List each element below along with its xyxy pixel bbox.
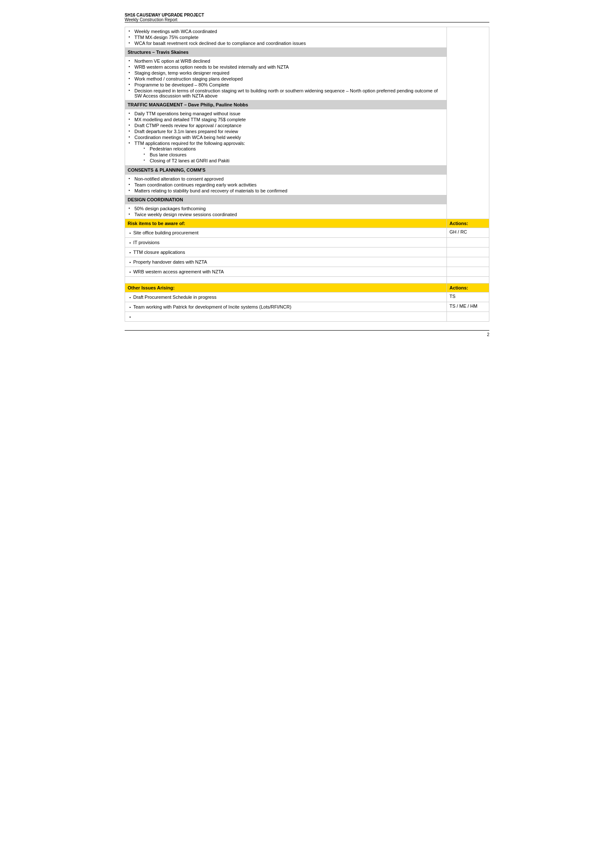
traffic-header-cell: TRAFFIC MANAGEMENT – Dave Philip, Paulin…	[125, 100, 447, 109]
design-header-cell: DESIGN COORDINATION	[125, 195, 447, 204]
risk-action-cell	[447, 267, 489, 277]
other-action-cell: TS / ME / HM	[447, 302, 489, 312]
risk-row-2: ▪ IT provisions	[125, 238, 489, 248]
risk-actions-header-cell: Actions:	[447, 219, 489, 228]
risk-row-4: ▪ Property handover dates with NZTA	[125, 257, 489, 267]
design-bullets-cell: 50% design packages forthcoming Twice we…	[125, 204, 447, 219]
risk-row-3: ▪ TTM closure applications	[125, 248, 489, 257]
other-row-2: ▪ Team working with Patrick for developm…	[125, 302, 489, 312]
risk-item: ▪ TTM closure applications	[128, 249, 444, 256]
other-actions-header-cell: Actions:	[447, 284, 489, 292]
other-item: ▪ Team working with Patrick for developm…	[128, 303, 444, 310]
list-item: Northern VE option at WRB declined	[128, 58, 444, 64]
initial-bullet-list: Weekly meetings with WCA coordinated TTM…	[128, 28, 444, 46]
list-item: Matters relating to stability bund and r…	[128, 188, 444, 194]
risk-item-text: Site office building procurement	[133, 230, 198, 235]
other-action-cell: TS	[447, 292, 489, 302]
other-item: ▪ Draft Procurement Schedule in progress	[128, 294, 444, 300]
list-item: Draft CTMP needs review for approval / a…	[128, 122, 444, 128]
list-item: Staging design, temp works designer requ…	[128, 70, 444, 76]
list-item: WRB western access option needs to be re…	[128, 64, 444, 70]
risk-actions-label: Actions:	[449, 221, 468, 226]
design-header-row: DESIGN COORDINATION	[125, 195, 489, 204]
risk-item: ▪ Site office building procurement	[128, 229, 444, 236]
risk-item-text: TTM closure applications	[133, 250, 185, 255]
other-item-cell: ▪ Team working with Patrick for developm…	[125, 302, 447, 312]
list-item: Coordination meetings with WCA being hel…	[128, 134, 444, 140]
traffic-bullets-cell: Daily TTM operations being managed witho…	[125, 109, 447, 166]
list-item: MX modelling and detailed TTM staging 75…	[128, 117, 444, 122]
list-item: Daily TTM operations being managed witho…	[128, 111, 444, 117]
risk-item: ▪ Property handover dates with NZTA	[128, 259, 444, 265]
traffic-bullets-row: Daily TTM operations being managed witho…	[125, 109, 489, 166]
list-item: Pedestrian relocations	[143, 146, 444, 152]
main-table: Weekly meetings with WCA coordinated TTM…	[125, 27, 489, 322]
structures-bullets-row: Northern VE option at WRB declined WRB w…	[125, 57, 489, 100]
bullet-icon: ▪	[129, 260, 131, 264]
list-item: Twice weekly design review sessions coor…	[128, 211, 444, 217]
list-item: Bus lane closures	[143, 152, 444, 158]
list-item: Decision required in terms of constructi…	[128, 88, 444, 99]
list-item: WCA for basalt revetment rock declined d…	[128, 40, 444, 46]
list-item: TTM MX-design 75% complete	[128, 34, 444, 40]
consents-header-cell: CONSENTS & PLANNING, COMM'S	[125, 166, 447, 175]
bullet-icon: ▪	[129, 315, 131, 319]
risk-item-cell: ▪ WRB western access agreement with NZTA	[125, 267, 447, 277]
traffic-header-row: TRAFFIC MANAGEMENT – Dave Philip, Paulin…	[125, 100, 489, 109]
risk-row-1: ▪ Site office building procurement GH / …	[125, 228, 489, 238]
risk-row-5: ▪ WRB western access agreement with NZTA	[125, 267, 489, 277]
document-header: SH16 CAUSEWAY UPGRADE PROJECT Weekly Con…	[125, 13, 489, 22]
structures-header-row: Structures – Travis Skaines	[125, 48, 489, 57]
risk-item-cell: ▪ Site office building procurement	[125, 228, 447, 238]
design-bullet-list: 50% design packages forthcoming Twice we…	[128, 206, 444, 217]
structures-bullets-cell: Northern VE option at WRB declined WRB w…	[125, 57, 447, 100]
list-item: Weekly meetings with WCA coordinated	[128, 28, 444, 34]
risk-item-text: IT provisions	[133, 240, 159, 245]
other-action-cell	[447, 312, 489, 322]
other-item-cell: ▪	[125, 312, 447, 322]
other-item: ▪	[128, 313, 444, 320]
risk-item-cell: ▪ IT provisions	[125, 238, 447, 248]
risk-item-cell: ▪ TTM closure applications	[125, 248, 447, 257]
other-item-text: Draft Procurement Schedule in progress	[133, 295, 216, 300]
other-actions-label: Actions:	[449, 285, 468, 290]
page-container: SH16 CAUSEWAY UPGRADE PROJECT Weekly Con…	[116, 0, 498, 350]
list-item: Programme to be developed – 80% Complete	[128, 82, 444, 88]
traffic-bullet-list: Daily TTM operations being managed witho…	[128, 111, 444, 164]
structures-header-cell: Structures – Travis Skaines	[125, 48, 447, 57]
risk-header-row: Risk items to be aware of: Actions:	[125, 219, 489, 228]
doc-subtitle: Weekly Construction Report	[125, 17, 489, 22]
initial-bullets-row: Weekly meetings with WCA coordinated TTM…	[125, 27, 489, 48]
bullet-icon: ▪	[129, 305, 131, 309]
list-item: Non-notified alteration to consent appro…	[128, 176, 444, 182]
risk-item-cell: ▪ Property handover dates with NZTA	[125, 257, 447, 267]
list-item: Draft departure for 3.1m lanes prepared …	[128, 128, 444, 134]
consents-bullets-cell: Non-notified alteration to consent appro…	[125, 175, 447, 195]
doc-title: SH16 CAUSEWAY UPGRADE PROJECT	[125, 13, 489, 17]
list-item: Work method / construction staging plans…	[128, 76, 444, 82]
risk-item-text: Property handover dates with NZTA	[133, 259, 207, 264]
structures-bullet-list: Northern VE option at WRB declined WRB w…	[128, 58, 444, 99]
other-item-text: Team working with Patrick for developmen…	[133, 304, 291, 309]
consents-header-row: CONSENTS & PLANNING, COMM'S	[125, 166, 489, 175]
risk-item-text: WRB western access agreement with NZTA	[133, 269, 224, 274]
risk-action-cell	[447, 238, 489, 248]
consents-bullets-row: Non-notified alteration to consent appro…	[125, 175, 489, 195]
sub-bullet-list: Pedestrian relocations Bus lane closures…	[134, 146, 444, 164]
list-item: Team coordination continues regarding ea…	[128, 182, 444, 188]
risk-header-cell: Risk items to be aware of:	[125, 219, 447, 228]
other-row-3: ▪	[125, 312, 489, 322]
risk-item: ▪ WRB western access agreement with NZTA	[128, 268, 444, 275]
empty-action-cell	[447, 277, 489, 284]
list-item: TTM applications required for the follow…	[128, 140, 444, 164]
consents-bullet-list: Non-notified alteration to consent appro…	[128, 176, 444, 194]
risk-action-cell: GH / RC	[447, 228, 489, 238]
risk-item: ▪ IT provisions	[128, 239, 444, 246]
bullet-icon: ▪	[129, 231, 131, 235]
list-item: 50% design packages forthcoming	[128, 206, 444, 211]
footer: 2	[125, 330, 489, 337]
other-header-label: Other Issues Arising:	[128, 285, 175, 290]
initial-bullets-cell: Weekly meetings with WCA coordinated TTM…	[125, 27, 447, 48]
design-bullets-row: 50% design packages forthcoming Twice we…	[125, 204, 489, 219]
bullet-icon: ▪	[129, 250, 131, 255]
